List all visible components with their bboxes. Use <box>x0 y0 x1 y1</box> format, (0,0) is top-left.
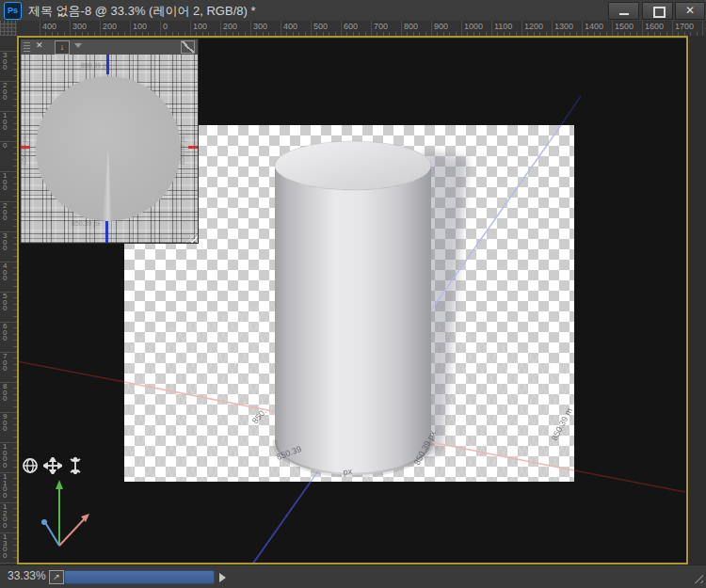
ruler-tick <box>311 21 312 36</box>
ruler-tick <box>552 21 553 36</box>
ruler-tick <box>582 21 583 36</box>
canvas-viewport[interactable]: 850. 850.39 px 850.39 px 850.39 m ✕ ↓ 85… <box>17 36 688 564</box>
ruler-origin-box[interactable] <box>0 21 18 37</box>
ruler-label: 400 <box>42 22 56 31</box>
ruler-label: 2 0 0 <box>3 83 7 102</box>
ruler-tick <box>642 21 643 36</box>
ruler-label: 1 0 0 <box>3 173 7 192</box>
ruler-label: 1300 <box>554 22 573 31</box>
ruler-tick <box>672 21 673 36</box>
ruler-label: 1 1 0 0 <box>3 474 7 499</box>
ruler-label: 400 <box>283 22 297 31</box>
axis-x-marker-left <box>21 146 30 149</box>
ruler-label: 100 <box>133 22 147 31</box>
ruler-label: 500 <box>313 22 328 31</box>
ruler-tick <box>431 21 432 36</box>
ruler-tick <box>371 21 372 36</box>
export-icon[interactable]: ↗ <box>49 570 64 584</box>
ruler-tick <box>461 21 462 36</box>
cylinder-top-view <box>36 76 181 221</box>
ruler-tick <box>70 21 71 36</box>
horizontal-scrollbar-thumb[interactable] <box>64 570 215 584</box>
ruler-label: 1 0 0 0 <box>3 444 7 469</box>
ruler-tick <box>250 21 251 36</box>
cylinder-top-face <box>275 141 431 190</box>
panel-expand-icon[interactable] <box>181 40 195 54</box>
ruler-tick <box>100 21 101 36</box>
ruler-tick <box>130 21 131 36</box>
secondary-view-header[interactable]: ✕ ↓ <box>21 40 198 56</box>
ruler-label: 2 0 0 <box>3 203 7 222</box>
close-button[interactable]: ✕ <box>675 2 705 20</box>
ruler-tick <box>220 21 221 36</box>
ruler-label: 1 2 0 0 <box>3 504 7 529</box>
minimize-icon <box>619 13 629 15</box>
ruler-tick <box>40 21 40 36</box>
ruler-tick <box>491 21 492 36</box>
ruler-label: 1700 <box>675 22 694 31</box>
ruler-label: 300 <box>72 22 87 31</box>
status-bar: 33.33% ↗ <box>0 564 706 588</box>
ruler-label: 900 <box>434 22 448 31</box>
swap-view-icon[interactable]: ↓ <box>55 40 70 55</box>
ruler-label: 1500 <box>615 22 634 31</box>
ruler-tick <box>702 21 703 36</box>
secondary-dim-label-left: 850.39 px <box>21 135 27 165</box>
ruler-label: 1600 <box>645 22 664 31</box>
ruler-label: 6 0 0 <box>3 324 7 342</box>
ruler-label: 700 <box>374 22 388 31</box>
ruler-label: 4 0 0 <box>3 263 7 282</box>
ruler-label: 1100 <box>494 22 512 31</box>
document-title: 제목 없음-8 @ 33.3% (레이어 2, RGB/8) * <box>28 3 255 20</box>
ruler-label: 0 <box>3 143 7 150</box>
secondary-view-topdown[interactable]: 850.39 px 850.39 px 850.39 px 850.39 px <box>21 55 198 243</box>
ruler-label: 7 0 0 <box>3 354 7 373</box>
view-dropdown-icon[interactable] <box>74 43 82 48</box>
secondary-view-panel[interactable]: ✕ ↓ 850.39 px 850.39 px 850.39 px 850.39… <box>21 40 198 243</box>
axis-z-marker-bottom <box>105 221 108 243</box>
ruler-label: 100 <box>193 22 207 31</box>
ruler-label: 3 0 0 <box>3 53 7 72</box>
vertical-ruler[interactable]: 3 0 02 0 01 0 001 0 02 0 03 0 04 0 05 0 … <box>0 36 18 564</box>
photoshop-logo-icon: Ps <box>4 2 22 20</box>
horizontal-ruler[interactable]: 4003002001000100200300400500600700800900… <box>17 21 706 37</box>
ruler-label: 800 <box>404 22 418 31</box>
ruler-tick <box>401 21 402 36</box>
ruler-tick <box>190 21 191 36</box>
axis-z-ball-icon <box>41 519 47 525</box>
ruler-label: 3 0 0 <box>3 233 7 252</box>
ruler-tick <box>612 21 613 36</box>
panel-close-icon[interactable]: ✕ <box>36 40 43 50</box>
title-bar[interactable]: Ps 제목 없음-8 @ 33.3% (레이어 2, RGB/8) * ✕ <box>0 0 706 22</box>
ruler-label: 300 <box>253 22 267 31</box>
viewport-top-highlight <box>19 38 686 39</box>
panel-resize-grip-icon[interactable] <box>186 231 198 243</box>
ruler-tick <box>521 21 522 36</box>
ruler-label: 1 3 0 0 <box>3 534 7 559</box>
ruler-label: 1000 <box>464 22 483 31</box>
panel-grip-icon[interactable] <box>24 42 30 52</box>
axis-z-marker-top <box>106 55 109 74</box>
ruler-label: 200 <box>223 22 237 31</box>
ruler-label: 200 <box>103 22 117 31</box>
ruler-tick <box>341 21 342 36</box>
ground-label-bottom-unit: px <box>343 467 353 477</box>
right-gutter <box>688 36 706 564</box>
maximize-icon <box>653 7 666 18</box>
ruler-label: 600 <box>344 22 358 31</box>
ruler-label: 0 <box>163 22 168 31</box>
status-popup-arrow-icon[interactable] <box>219 573 226 582</box>
window-resize-grip-icon[interactable] <box>691 571 703 583</box>
minimize-button[interactable] <box>608 2 639 20</box>
secondary-dim-label-bottom: 850.39 px <box>72 220 101 227</box>
3d-axis-widget[interactable] <box>31 469 97 563</box>
ruler-label: 1 0 0 <box>3 113 7 132</box>
ruler-label: 8 0 0 <box>3 384 7 403</box>
maximize-button[interactable] <box>642 2 673 20</box>
ruler-label: 9 0 0 <box>3 414 7 433</box>
ruler-tick <box>160 21 161 36</box>
zoom-level-field[interactable]: 33.33% <box>8 569 46 582</box>
ground-label-right-edge: 850.39 m <box>550 406 574 442</box>
ruler-tick <box>281 21 281 36</box>
ruler-label: 5 0 0 <box>3 294 7 312</box>
